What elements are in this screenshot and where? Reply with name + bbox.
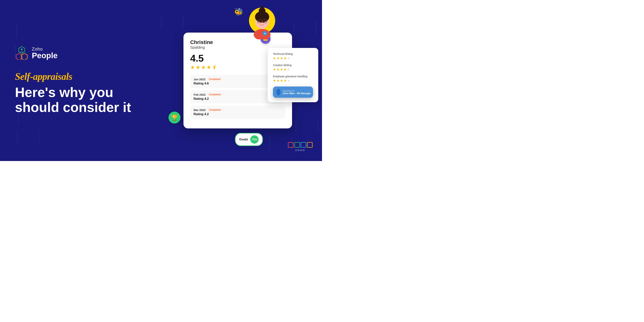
svg-point-1: [21, 48, 23, 50]
skill-creative: Creative Writing ★ ★ ★ ★ ★: [273, 64, 313, 72]
zoho-sq-green: [294, 142, 300, 148]
right-content: 🐝: [154, 0, 322, 161]
svg-point-7: [255, 11, 269, 22]
mar-rating: Rating 4.2: [194, 112, 282, 116]
logo-icon: [15, 46, 28, 60]
reporting-info: Reporting To Jhon Mike - HR Manager: [283, 90, 311, 95]
logo-text: Zoho People: [32, 46, 58, 60]
zoho-sq-blue: [301, 142, 306, 148]
character-avatar: ★: [247, 6, 277, 36]
period-mar: Mar 2023 Completed Rating 4.2: [190, 106, 285, 119]
svg-point-12: [264, 20, 266, 22]
star-3: ★: [201, 64, 206, 70]
main-background: Zoho People Self-appraisals Here's why y…: [0, 0, 322, 161]
skill-grievance-stars: ★ ★ ★ ★ ★: [273, 79, 313, 83]
skill-technical: Techincal Writing ★ ★ ★ ★ ★: [273, 52, 313, 60]
skill-technical-stars: ★ ★ ★ ★ ★: [273, 56, 313, 60]
mar-status: Completed: [208, 108, 222, 112]
skill-creative-name: Creative Writing: [273, 64, 313, 67]
zoho-label: Zoho: [32, 46, 58, 52]
reporting-card: 👤 Reporting To Jhon Mike - HR Manager: [273, 86, 313, 98]
jan-month: Jan 2023: [194, 78, 205, 81]
trophy-badge: 🏆: [168, 112, 180, 124]
skill-grievance: Employee grievance handling ★ ★ ★ ★ ★: [273, 75, 313, 83]
star-4: ★: [206, 64, 211, 70]
svg-text:★: ★: [264, 32, 266, 35]
skill-technical-name: Techincal Writing: [273, 52, 313, 56]
jan-status: Completed: [207, 78, 222, 81]
goals-label: Goals: [239, 138, 248, 141]
feb-month: Feb 2023: [194, 93, 206, 96]
left-content: Zoho People Self-appraisals Here's why y…: [0, 35, 154, 126]
bee-character: 🐝: [234, 8, 243, 16]
people-label: People: [32, 52, 58, 60]
svg-point-13: [254, 29, 270, 39]
card-first-name: Christine: [190, 39, 213, 45]
tagline-main: Here's why you should consider it: [15, 85, 138, 114]
zoho-sq-red: [288, 142, 294, 148]
trophy-icon: 🏆: [168, 112, 180, 124]
zoho-logo-bottom: ZOHO: [288, 142, 313, 152]
star-2: ★: [196, 64, 200, 70]
skill-creative-stars: ★ ★ ★ ★ ★: [273, 68, 313, 72]
goals-percent: 75%: [250, 135, 258, 144]
feb-status: Completed: [208, 93, 222, 96]
logo-area: Zoho People: [15, 46, 138, 60]
skills-card: Techincal Writing ★ ★ ★ ★ ★ Creative Wri…: [268, 48, 318, 102]
period-mar-top: Mar 2023 Completed: [194, 108, 282, 112]
skill-grievance-name: Employee grievance handling: [273, 75, 313, 78]
svg-point-5: [260, 6, 264, 10]
zoho-sq-yellow: [307, 142, 313, 148]
reporting-name: Jhon Mike - HR Manager: [283, 92, 311, 95]
tagline-script: Self-appraisals: [15, 71, 138, 82]
zoho-squares: [288, 142, 313, 148]
card-last-name: Spalding: [190, 45, 213, 50]
reporting-avatar-icon: 👤: [276, 89, 280, 96]
star-half: ⯨: [212, 64, 217, 70]
card-name-area: Christine Spalding: [190, 39, 213, 50]
mar-month: Mar 2023: [194, 108, 206, 112]
svg-point-11: [259, 20, 260, 22]
goals-badge: Goals 75%: [235, 133, 263, 146]
zoho-bottom-text: ZOHO: [295, 149, 305, 152]
reporting-label: Reporting To: [283, 90, 311, 92]
star-1: ★: [190, 64, 195, 70]
